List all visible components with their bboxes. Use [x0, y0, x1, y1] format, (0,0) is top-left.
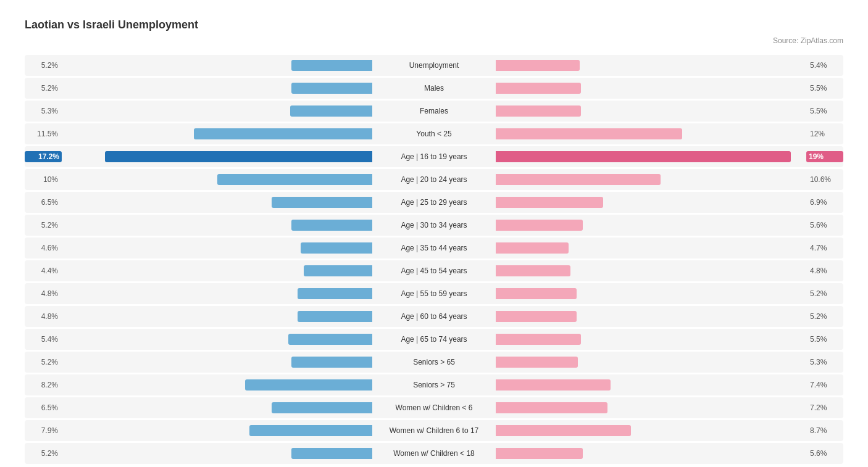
right-bar-container — [496, 425, 806, 436]
bar-row: 6.5%Age | 25 to 29 years6.9% — [25, 192, 843, 213]
right-value: 6.9% — [806, 198, 843, 207]
left-bar — [291, 448, 372, 459]
left-value: 4.6% — [25, 244, 62, 252]
right-bar-container — [496, 242, 806, 254]
right-bar-container — [496, 174, 806, 185]
left-bar-container — [62, 448, 372, 459]
right-value: 5.2% — [806, 289, 843, 298]
bar-label: Women w/ Children < 18 — [372, 449, 496, 458]
right-value: 5.3% — [806, 358, 843, 366]
bar-row: 5.4%Age | 65 to 74 years5.5% — [25, 329, 843, 350]
left-bar-container — [62, 311, 372, 322]
chart-title: Laotian vs Israeli Unemployment — [25, 19, 843, 31]
bar-label: Males — [372, 84, 496, 93]
bar-label: Women w/ Children 6 to 17 — [372, 426, 496, 435]
bar-row: 17.2%Age | 16 to 19 years19% — [25, 146, 843, 167]
left-value: 10% — [25, 175, 62, 184]
left-bar — [291, 60, 372, 71]
bar-row: 5.2%Unemployment5.4% — [25, 55, 843, 76]
left-bar — [304, 265, 372, 276]
right-bar — [496, 151, 791, 162]
right-value: 5.4% — [806, 61, 843, 70]
left-value: 5.4% — [25, 335, 62, 344]
right-bar-container — [496, 311, 806, 322]
right-bar — [496, 425, 631, 436]
bar-row: 11.5%Youth < 2512% — [25, 123, 843, 144]
left-bar-container — [62, 242, 372, 254]
right-bar-container — [496, 402, 806, 413]
right-bar-container — [496, 151, 806, 162]
left-value: 4.4% — [25, 267, 62, 275]
right-value: 8.7% — [806, 426, 843, 435]
left-bar — [291, 220, 372, 231]
bar-row: 4.8%Age | 55 to 59 years5.2% — [25, 283, 843, 304]
left-value: 5.2% — [25, 449, 62, 458]
left-bar — [298, 288, 372, 299]
right-bar-container — [496, 265, 806, 276]
right-bar — [496, 197, 603, 208]
left-value: 4.8% — [25, 289, 62, 298]
right-value: 5.2% — [806, 312, 843, 321]
bar-label: Seniors > 65 — [372, 358, 496, 366]
right-value: 12% — [806, 130, 843, 138]
right-bar-container — [496, 334, 806, 345]
bar-label: Age | 60 to 64 years — [372, 312, 496, 321]
right-value: 4.7% — [806, 244, 843, 252]
bar-label: Age | 55 to 59 years — [372, 289, 496, 298]
left-value: 6.5% — [25, 198, 62, 207]
left-bar — [272, 197, 372, 208]
right-bar-container — [496, 105, 806, 117]
right-value: 4.8% — [806, 267, 843, 275]
right-bar-container — [496, 288, 806, 299]
left-value: 7.9% — [25, 426, 62, 435]
bar-label: Seniors > 75 — [372, 381, 496, 389]
bar-row: 7.9%Women w/ Children 6 to 178.7% — [25, 420, 843, 441]
bar-label: Age | 65 to 74 years — [372, 335, 496, 344]
right-bar-container — [496, 128, 806, 139]
right-bar — [496, 402, 607, 413]
left-value: 8.2% — [25, 381, 62, 389]
left-bar — [249, 425, 372, 436]
left-bar — [291, 357, 372, 368]
bar-label: Age | 45 to 54 years — [372, 267, 496, 275]
right-bar — [496, 220, 583, 231]
bar-row: 10%Age | 20 to 24 years10.6% — [25, 169, 843, 190]
left-bar-container — [62, 402, 372, 413]
right-value: 5.5% — [806, 335, 843, 344]
right-bar-container — [496, 357, 806, 368]
bar-row: 4.6%Age | 35 to 44 years4.7% — [25, 238, 843, 258]
left-bar — [272, 402, 372, 413]
bar-row: 5.2%Age | 30 to 34 years5.6% — [25, 215, 843, 236]
right-bar — [496, 83, 581, 94]
right-bar — [496, 288, 577, 299]
left-bar — [217, 174, 373, 185]
right-bar — [496, 334, 581, 345]
bar-row: 4.4%Age | 45 to 54 years4.8% — [25, 260, 843, 281]
bar-row: 4.8%Age | 60 to 64 years5.2% — [25, 306, 843, 327]
right-value: 19% — [806, 151, 843, 162]
bar-label: Females — [372, 107, 496, 115]
left-bar-container — [62, 105, 372, 117]
bar-row: 8.2%Seniors > 757.4% — [25, 374, 843, 395]
left-bar — [194, 128, 372, 139]
right-bar — [496, 448, 583, 459]
left-bar-container — [62, 425, 372, 436]
left-bar-container — [62, 83, 372, 94]
right-bar — [496, 379, 611, 391]
left-bar-container — [62, 220, 372, 231]
left-bar — [301, 242, 372, 254]
left-value: 17.2% — [25, 151, 62, 162]
right-bar-container — [496, 197, 806, 208]
left-value: 5.2% — [25, 358, 62, 366]
bar-row: 5.2%Seniors > 655.3% — [25, 352, 843, 373]
source-label: Source: ZipAtlas.com — [25, 36, 843, 45]
right-bar — [496, 311, 577, 322]
left-value: 5.2% — [25, 84, 62, 93]
left-bar — [105, 151, 372, 162]
bar-row: 6.5%Women w/ Children < 67.2% — [25, 397, 843, 418]
left-bar-container — [62, 334, 372, 345]
bar-label: Age | 30 to 34 years — [372, 221, 496, 229]
right-value: 5.5% — [806, 84, 843, 93]
right-bar-container — [496, 60, 806, 71]
right-value: 5.6% — [806, 221, 843, 229]
